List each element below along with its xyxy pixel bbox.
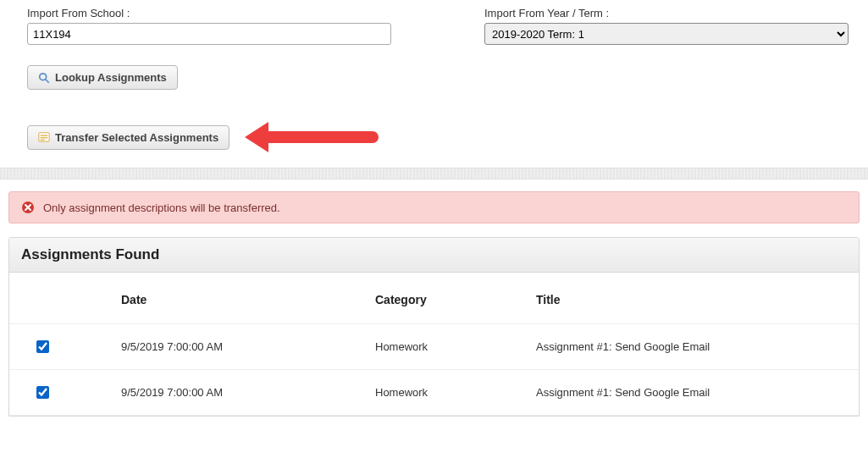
- cell-title: Assignment #1: Send Google Email: [526, 324, 859, 370]
- search-icon: [38, 72, 50, 84]
- assignments-panel: Assignments Found Date Category Title 9/…: [8, 237, 860, 417]
- assignments-table: Date Category Title 9/5/2019 7:00:00 AMH…: [9, 273, 859, 416]
- import-term-label: Import From Year / Term :: [484, 7, 849, 19]
- row-checkbox[interactable]: [36, 386, 49, 399]
- transfer-button-label: Transfer Selected Assignments: [55, 131, 218, 144]
- cell-title: Assignment #1: Send Google Email: [526, 370, 859, 416]
- callout-arrow: [245, 122, 379, 152]
- cell-category: Homework: [365, 324, 526, 370]
- error-icon: [21, 201, 35, 214]
- alert-text: Only assignment descriptions will be tra…: [43, 201, 280, 214]
- transfer-icon: [38, 131, 50, 143]
- lookup-assignments-button[interactable]: Lookup Assignments: [27, 65, 178, 90]
- import-term-select[interactable]: 2019-2020 Term: 1: [484, 23, 849, 45]
- svg-rect-5: [41, 140, 45, 141]
- cell-date: 9/5/2019 7:00:00 AM: [111, 324, 365, 370]
- col-header-title: Title: [526, 273, 859, 324]
- svg-line-1: [46, 79, 49, 82]
- cell-date: 9/5/2019 7:00:00 AM: [111, 370, 365, 416]
- svg-rect-3: [41, 135, 48, 135]
- svg-rect-4: [41, 137, 48, 138]
- table-row: 9/5/2019 7:00:00 AMHomeworkAssignment #1…: [9, 324, 859, 370]
- lookup-button-label: Lookup Assignments: [55, 71, 167, 84]
- section-divider: [0, 168, 868, 179]
- transfer-assignments-button[interactable]: Transfer Selected Assignments: [27, 125, 229, 150]
- import-school-input[interactable]: [27, 23, 391, 45]
- import-school-label: Import From School :: [27, 7, 391, 19]
- cell-category: Homework: [365, 370, 526, 416]
- col-header-checkbox: [9, 273, 111, 324]
- panel-title: Assignments Found: [9, 238, 859, 273]
- row-checkbox[interactable]: [36, 340, 49, 353]
- col-header-date: Date: [111, 273, 365, 324]
- info-alert: Only assignment descriptions will be tra…: [8, 191, 860, 223]
- table-row: 9/5/2019 7:00:00 AMHomeworkAssignment #1…: [9, 370, 859, 416]
- col-header-category: Category: [365, 273, 526, 324]
